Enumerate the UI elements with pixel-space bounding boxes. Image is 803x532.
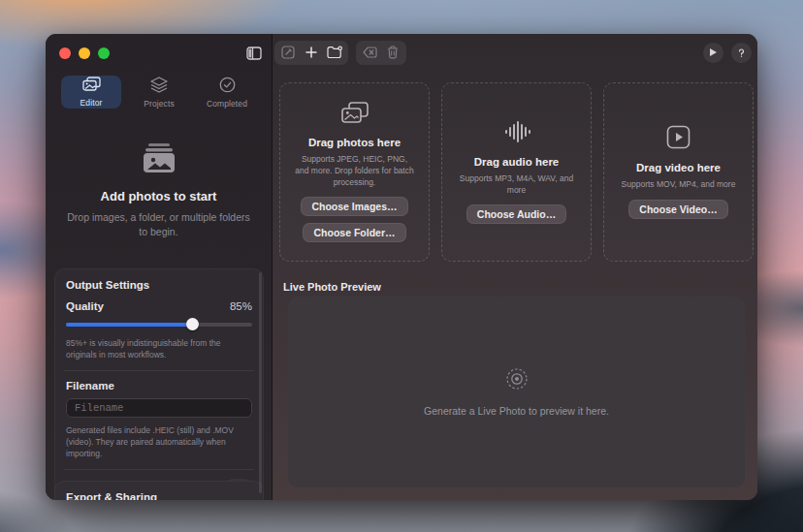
tab-completed[interactable]: Completed (197, 76, 257, 109)
toolbar (274, 40, 752, 65)
close-window-button[interactable] (59, 47, 71, 59)
divider (64, 469, 254, 470)
tab-editor[interactable]: Editor (61, 76, 121, 109)
dropzone-audio-subtitle: Supports MP3, M4A, WAV, and more (448, 172, 585, 197)
waveform-icon (503, 120, 530, 147)
toolbar-group-delete (356, 41, 406, 65)
quality-help-text: 85%+ is visually indistinguishable from … (66, 337, 252, 361)
export-sharing-title: Export & Sharing (66, 491, 252, 500)
dropzone-video[interactable]: Drag video here Supports MOV, MP4, and m… (603, 82, 754, 262)
dropzones: Drag photos here Supports JPEG, HEIC, PN… (279, 82, 754, 262)
tab-projects-label: Projects (144, 99, 175, 109)
layers-icon (150, 77, 168, 97)
live-photo-icon (505, 367, 529, 394)
preview-section-title: Live Photo Preview (283, 281, 381, 293)
sidebar-empty-state: Add photos to start Drop images, a folde… (46, 142, 272, 238)
plus-icon[interactable] (300, 41, 323, 65)
dropzone-audio[interactable]: Drag audio here Supports MP3, M4A, WAV, … (441, 82, 592, 262)
sidebar: Editor Projects (46, 34, 273, 500)
choose-audio-button[interactable]: Choose Audio… (466, 204, 566, 224)
choose-video-button[interactable]: Choose Video… (628, 200, 727, 219)
dropzone-photos[interactable]: Drag photos here Supports JPEG, HEIC, PN… (279, 82, 430, 262)
traffic-lights (59, 47, 110, 59)
app-window: Editor Projects (46, 34, 757, 500)
clear-icon[interactable] (358, 41, 381, 65)
sidebar-scrollbar[interactable] (259, 272, 262, 493)
quality-label: Quality (66, 300, 104, 312)
video-icon (666, 125, 691, 153)
compose-icon[interactable] (276, 41, 300, 65)
quality-slider[interactable] (66, 318, 252, 330)
sidebar-toggle-icon[interactable] (244, 44, 264, 63)
output-settings-card: Output Settings Quality 85% 85%+ is visu… (54, 268, 264, 500)
live-photo-preview: Generate a Live Photo to preview it here… (288, 297, 745, 487)
photos-icon (341, 102, 369, 128)
trash-icon[interactable] (381, 41, 404, 65)
check-circle-icon (219, 77, 236, 97)
minimize-window-button[interactable] (79, 47, 90, 59)
output-settings-title: Output Settings (66, 279, 252, 291)
tab-editor-label: Editor (80, 98, 103, 108)
quality-slider-knob[interactable] (186, 318, 199, 330)
dropzone-photos-subtitle: Supports JPEG, HEIC, PNG, and more. Drop… (286, 153, 423, 189)
empty-state-subtitle: Drop images, a folder, or multiple folde… (67, 210, 250, 238)
main-content: Drag photos here Supports JPEG, HEIC, PN… (273, 34, 757, 500)
choose-folder-button[interactable]: Choose Folder… (303, 223, 405, 242)
divider (64, 370, 254, 371)
quality-value: 85% (230, 300, 252, 312)
help-icon[interactable] (731, 43, 752, 63)
dropzone-audio-title: Drag audio here (474, 156, 560, 168)
dropzone-video-subtitle: Supports MOV, MP4, and more (614, 178, 744, 190)
dropzone-photos-title: Drag photos here (308, 137, 401, 148)
preview-empty-text: Generate a Live Photo to preview it here… (424, 405, 609, 417)
filename-input[interactable] (66, 398, 252, 418)
choose-images-button[interactable]: Choose Images… (301, 197, 407, 216)
editor-photos-icon (82, 77, 101, 96)
play-icon[interactable] (703, 43, 723, 63)
add-folder-icon[interactable] (323, 41, 346, 65)
tab-projects[interactable]: Projects (129, 76, 189, 109)
filename-help-text: Generated files include .HEIC (still) an… (66, 424, 252, 460)
toolbar-group-create (274, 41, 348, 65)
sidebar-tabs: Editor Projects (61, 76, 257, 109)
filename-label: Filename (66, 380, 252, 391)
quality-slider-fill (66, 323, 193, 327)
dropzone-video-title: Drag video here (636, 162, 721, 173)
zoom-window-button[interactable] (98, 47, 110, 59)
tab-completed-label: Completed (207, 99, 247, 109)
empty-state-title: Add photos to start (67, 189, 250, 203)
photo-stack-icon (67, 142, 250, 177)
export-sharing-card: Export & Sharing (54, 481, 264, 500)
